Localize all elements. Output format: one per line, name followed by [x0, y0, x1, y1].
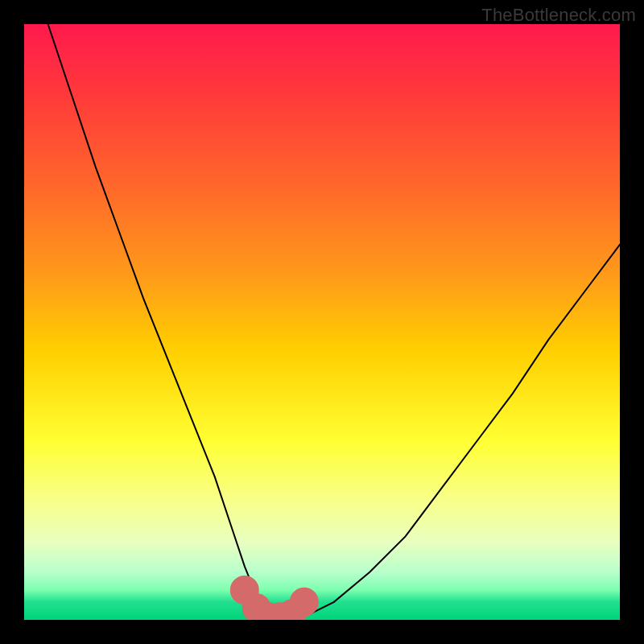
chart-svg [24, 24, 620, 620]
bottleneck-curve [48, 24, 620, 620]
plot-area [24, 24, 620, 620]
optimal-range-dot [296, 594, 312, 610]
optimal-range-marker [237, 582, 312, 620]
watermark-text: TheBottleneck.com [481, 5, 636, 26]
chart-frame: TheBottleneck.com [0, 0, 644, 644]
